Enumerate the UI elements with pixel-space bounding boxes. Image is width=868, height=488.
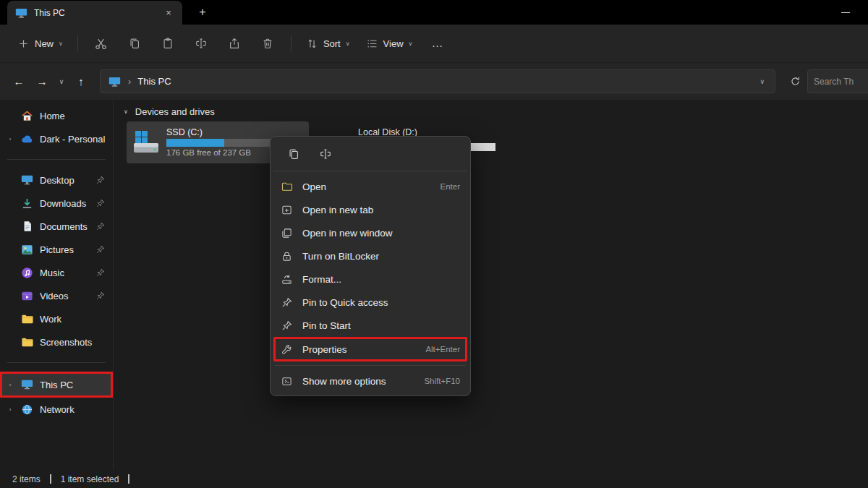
sidebar-item-screenshots[interactable]: Screenshots: [2, 330, 111, 354]
status-separator: [50, 474, 51, 484]
sidebar-item-network[interactable]: › Network: [2, 398, 111, 421]
system-drive-icon: [132, 125, 161, 160]
desktop-icon: [20, 174, 34, 185]
scissors-icon: [94, 37, 108, 51]
menu-item-pin-to-quick-access[interactable]: Pin to Quick access: [273, 291, 467, 314]
wrench-icon: [281, 344, 293, 355]
sidebar-item-work[interactable]: Work: [2, 307, 111, 330]
toolbar-divider: [291, 35, 292, 51]
pin-icon: [281, 320, 293, 331]
music-icon: [20, 267, 34, 279]
new-tab-button[interactable]: +: [194, 6, 211, 19]
file-list-area: ∨ Devices and drives SSD (C:) 176 GB fre…: [114, 100, 868, 470]
sidebar-item-label: Dark - Personal: [40, 134, 106, 145]
documents-icon: [20, 221, 34, 232]
sidebar-item-label: This PC: [40, 380, 106, 390]
shortcut-label: Enter: [441, 182, 461, 191]
copy-button[interactable]: [281, 144, 307, 164]
chevron-down-icon: ∨: [59, 40, 63, 47]
network-globe-icon: [20, 403, 34, 416]
chevron-down-icon: ∨: [346, 40, 350, 47]
search-input[interactable]: [814, 77, 867, 87]
this-pc-icon: [20, 379, 34, 390]
devices-and-drives-section-header[interactable]: ∨ Devices and drives: [124, 106, 215, 117]
chevron-down-icon: ∨: [409, 40, 413, 47]
menu-item-open-in-new-tab[interactable]: Open in new tab: [273, 198, 467, 221]
recent-locations-chevron-icon[interactable]: ∨: [54, 78, 69, 85]
share-button[interactable]: [218, 31, 250, 56]
new-button[interactable]: New ∨: [10, 33, 70, 55]
address-dropdown-chevron-icon[interactable]: ∨: [757, 78, 767, 85]
sidebar-divider: [7, 362, 106, 363]
shortcut-label: Alt+Enter: [425, 345, 460, 354]
context-menu-quick-actions: [273, 140, 467, 171]
sidebar-item-documents[interactable]: Documents: [2, 215, 111, 238]
expand-chevron-icon[interactable]: ›: [6, 406, 14, 413]
collapse-chevron-icon[interactable]: ∨: [124, 108, 128, 115]
sidebar-item-label: Screenshots: [40, 337, 106, 348]
tab-close-icon[interactable]: ×: [162, 7, 175, 20]
sidebar-item-this-pc[interactable]: › This PC: [0, 372, 113, 398]
menu-item-format[interactable]: Format...: [273, 267, 467, 291]
sidebar-item-onedrive[interactable]: › Dark - Personal: [2, 127, 111, 150]
pin-icon: [96, 222, 106, 231]
selection-count-label: 1 item selected: [61, 474, 119, 484]
expand-chevron-icon[interactable]: ›: [6, 382, 14, 388]
file-explorer-window: This PC × + — New ∨: [0, 0, 868, 488]
copy-icon: [287, 147, 300, 160]
sidebar-item-home[interactable]: Home: [2, 104, 111, 127]
rename-button[interactable]: [312, 144, 339, 164]
see-more-button[interactable]: …: [421, 31, 453, 56]
copy-button[interactable]: [119, 31, 150, 56]
menu-item-open[interactable]: Open Enter: [273, 175, 467, 198]
rename-button[interactable]: [185, 31, 217, 56]
sidebar-item-music[interactable]: Music: [2, 261, 111, 284]
refresh-button[interactable]: [783, 70, 807, 93]
sidebar-item-downloads[interactable]: Downloads: [2, 192, 111, 215]
back-button[interactable]: ←: [7, 70, 30, 93]
sidebar-item-label: Pictures: [40, 244, 90, 255]
menu-item-pin-to-start[interactable]: Pin to Start: [273, 314, 467, 337]
onedrive-cloud-icon: [20, 134, 34, 144]
toolbar-divider: [77, 35, 78, 51]
forward-button[interactable]: →: [30, 70, 54, 93]
sidebar-item-desktop[interactable]: Desktop: [2, 168, 111, 192]
tab-this-pc[interactable]: This PC ×: [7, 1, 182, 25]
sidebar-item-videos[interactable]: Videos: [2, 284, 111, 307]
menu-divider: [275, 365, 466, 366]
format-drive-icon: [281, 274, 293, 285]
folder-icon: [20, 313, 34, 325]
section-header-label: Devices and drives: [135, 106, 215, 117]
pin-icon: [96, 268, 106, 277]
trash-icon: [261, 37, 274, 50]
sidebar-item-label: Desktop: [40, 175, 90, 186]
sidebar-item-pictures[interactable]: Pictures: [2, 238, 111, 261]
home-icon: [20, 110, 34, 122]
rename-icon: [195, 37, 208, 50]
menu-item-turn-on-bitlocker[interactable]: Turn on BitLocker: [273, 244, 467, 267]
view-list-icon: [366, 38, 378, 50]
search-box[interactable]: [807, 69, 868, 93]
tab-title: This PC: [34, 8, 156, 18]
menu-item-open-in-new-window[interactable]: Open in new window: [273, 221, 467, 244]
expand-chevron-icon[interactable]: ›: [6, 136, 14, 142]
videos-icon: [20, 290, 34, 302]
sort-icon: [306, 38, 318, 50]
copy-icon: [128, 37, 141, 50]
delete-button[interactable]: [252, 31, 284, 56]
refresh-icon: [790, 76, 801, 87]
menu-item-properties[interactable]: Properties Alt+Enter: [273, 337, 467, 361]
paste-button[interactable]: [152, 31, 184, 56]
sidebar-item-label: Music: [40, 267, 90, 278]
sidebar-item-label: Documents: [40, 221, 90, 232]
menu-item-show-more-options[interactable]: Show more options Shift+F10: [273, 369, 467, 393]
cut-button[interactable]: [85, 31, 117, 56]
view-button[interactable]: View ∨: [359, 33, 420, 55]
address-input[interactable]: › This PC ∨: [100, 69, 775, 93]
breadcrumb[interactable]: This PC: [137, 76, 750, 87]
sidebar-item-label: Downloads: [40, 198, 90, 209]
minimize-button[interactable]: —: [829, 7, 862, 17]
sort-button[interactable]: Sort ∨: [299, 33, 357, 55]
up-button[interactable]: ↑: [69, 70, 93, 93]
titlebar: This PC × + —: [0, 0, 868, 25]
